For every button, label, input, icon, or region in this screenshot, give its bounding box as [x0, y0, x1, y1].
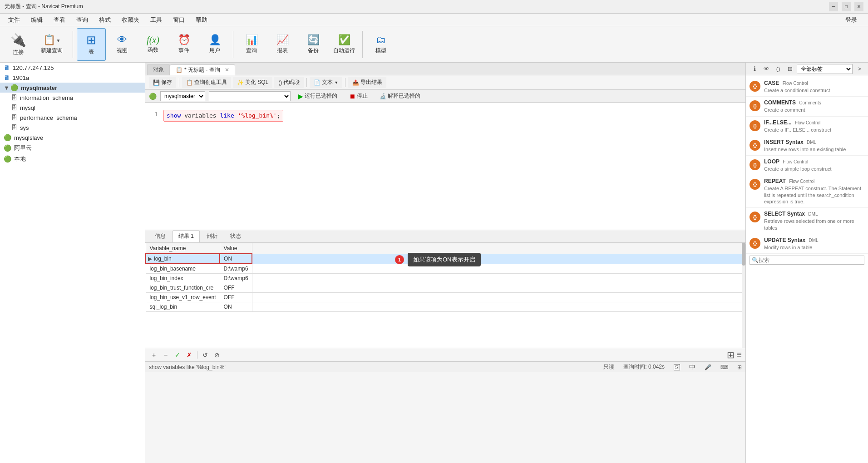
add-row-button[interactable]: +	[149, 350, 159, 360]
sidebar-label-info-schema: information_schema	[20, 94, 73, 101]
tab-status[interactable]: 状态	[224, 230, 247, 242]
code-editor[interactable]: 1 show variables like '%log_bin%';	[145, 106, 745, 125]
scrollbar-thumb[interactable]	[742, 243, 745, 266]
connection-select[interactable]: mysqlmaster	[160, 91, 205, 101]
table-row[interactable]: log_bin_index D:\wamp6	[146, 274, 745, 283]
sidebar-item-info-schema[interactable]: 🗄 information_schema	[0, 93, 145, 103]
refresh-button[interactable]: ↺	[200, 350, 210, 360]
toolbar-function[interactable]: f(x) 函数	[138, 28, 168, 61]
menu-edit[interactable]: 编辑	[26, 14, 47, 26]
menu-help[interactable]: 帮助	[191, 14, 212, 26]
menu-file[interactable]: 文件	[4, 14, 25, 26]
run-button[interactable]: ▶ 运行已选择的	[294, 91, 341, 101]
save-label: 保存	[161, 79, 172, 86]
sidebar-item-1901a[interactable]: 🖥 1901a	[0, 73, 145, 83]
close-button[interactable]: ✕	[854, 2, 863, 11]
toolbar-connect[interactable]: 🔌 连接	[4, 28, 33, 61]
login-button[interactable]: 登录	[838, 14, 864, 26]
tab-info[interactable]: 信息	[149, 230, 172, 242]
snippet-update[interactable]: {} UPDATE Syntax DML Modify rows in a ta…	[746, 234, 868, 254]
tag-filter-select[interactable]: 全部标签	[797, 64, 853, 74]
beautify-sql-button[interactable]: ✨ 美化 SQL	[233, 77, 272, 88]
tab-result1[interactable]: 结果 1	[173, 230, 200, 242]
tab-close-icon[interactable]: ✕	[225, 67, 229, 73]
results-table-container[interactable]: Variable_name Value ▶log_bin ON	[145, 243, 745, 348]
sidebar-item-ip1[interactable]: 🖥 120.77.247.125	[0, 63, 145, 73]
keyboard-icon: ⌨	[720, 364, 728, 370]
confirm-button[interactable]: ✓	[173, 350, 182, 360]
tab-objects[interactable]: 对象	[147, 64, 170, 75]
toolbar-query[interactable]: 📊 查询	[237, 28, 266, 61]
sidebar-item-local[interactable]: 🟢 本地	[0, 153, 145, 164]
tab-query[interactable]: 📋 * 无标题 - 查询 ✕	[170, 64, 235, 75]
snippet-desc-ifelse: Create a IF...ELSE... construct	[764, 127, 864, 133]
view-label: 视图	[117, 47, 128, 54]
toolbar-backup[interactable]: 🔄 备份	[299, 28, 328, 61]
explain-button[interactable]: 🔬 解释已选择的	[375, 91, 424, 101]
sidebar-item-aliyun[interactable]: 🟢 阿里云	[0, 143, 145, 153]
menu-view[interactable]: 查看	[49, 14, 70, 26]
filter-button[interactable]: ⊘	[212, 350, 222, 360]
snippet-select[interactable]: {} SELECT Syntax DML Retrieve rows selec…	[746, 208, 868, 234]
sidebar-item-mysql[interactable]: 🗄 mysql	[0, 103, 145, 113]
toolbar-table[interactable]: ⊞ 表	[77, 28, 106, 61]
menu-tools[interactable]: 工具	[146, 14, 167, 26]
snippet-comments[interactable]: {} COMMENTS Comments Create a comment	[746, 97, 868, 116]
grid-view-icon[interactable]: ⊞	[727, 350, 735, 360]
stop-button[interactable]: ⏹ 停止	[345, 91, 372, 101]
snippet-icon-insert: {}	[750, 140, 760, 151]
expand-right-icon[interactable]: >	[854, 64, 864, 74]
build-icon: 📋	[186, 79, 193, 86]
query-build-button[interactable]: 📋 查询创建工具	[182, 77, 231, 88]
snippet-button[interactable]: () 代码段	[274, 77, 304, 88]
query-toolbar: 💾 保存 📋 查询创建工具 ✨ 美化 SQL () 代码段 📄 文本 ▼	[145, 75, 745, 90]
eye-icon[interactable]: 👁	[761, 64, 771, 74]
list-view-icon[interactable]: ≡	[736, 350, 742, 360]
toolbar-view[interactable]: 👁 视图	[108, 28, 137, 61]
sidebar-item-mysqlmaster[interactable]: ▼ 🟢 mysqlmaster	[0, 83, 145, 93]
info-icon[interactable]: ℹ	[750, 64, 760, 74]
scrollbar-track[interactable]	[742, 243, 745, 348]
database-select[interactable]	[209, 91, 291, 101]
apps-icon: ⊞	[737, 364, 742, 370]
toolbar-model[interactable]: 🗂 模型	[366, 28, 395, 61]
grid-icon[interactable]: ⊞	[785, 64, 795, 74]
snippet-insert[interactable]: {} INSERT Syntax DML Insert new rows int…	[746, 136, 868, 156]
menu-window[interactable]: 窗口	[168, 14, 189, 26]
toolbar-event[interactable]: ⏰ 事件	[169, 28, 198, 61]
sidebar-item-sys[interactable]: 🗄 sys	[0, 123, 145, 133]
sidebar-item-perf-schema[interactable]: 🗄 performance_schema	[0, 113, 145, 123]
menu-format[interactable]: 格式	[94, 14, 115, 26]
table-row[interactable]: sql_log_bin ON	[146, 302, 745, 312]
snippet-ifelse[interactable]: {} IF...ELSE... Flow Control Create a IF…	[746, 117, 868, 136]
toolbar-autorun[interactable]: ✅ 自动运行	[330, 28, 359, 61]
menu-query[interactable]: 查询	[72, 14, 93, 26]
menu-favorites[interactable]: 收藏夹	[117, 14, 144, 26]
event-label: 事件	[178, 47, 189, 54]
model-label: 模型	[375, 47, 386, 54]
toolbar-new-query[interactable]: 📋 ▼ 新建查询	[35, 28, 69, 61]
col-variable-name: Variable_name	[146, 243, 220, 254]
toolbar-user[interactable]: 👤 用户	[200, 28, 229, 61]
export-button[interactable]: 📤 导出结果	[348, 77, 386, 88]
snippet-repeat[interactable]: {} REPEAT Flow Control Create A REPEAT c…	[746, 175, 868, 208]
delete-row-button[interactable]: −	[161, 350, 171, 360]
snippet-icon-comments: {}	[750, 100, 760, 111]
snippet-loop[interactable]: {} LOOP Flow Control Create a simple loo…	[746, 156, 868, 175]
snippet-case[interactable]: {} CASE Flow Control Create a conditiona…	[746, 77, 868, 97]
toolbar-report[interactable]: 📈 报表	[268, 28, 297, 61]
editor-area[interactable]: 1 show variables like '%log_bin%';	[145, 103, 745, 230]
table-row[interactable]: log_bin_use_v1_row_event OFF	[146, 293, 745, 302]
maximize-button[interactable]: □	[842, 2, 851, 11]
save-button[interactable]: 💾 保存	[149, 77, 176, 88]
cancel-button[interactable]: ✗	[184, 350, 194, 360]
tab-profile[interactable]: 剖析	[201, 230, 223, 242]
sidebar-item-mysqlslave[interactable]: 🟢 mysqlslave	[0, 133, 145, 143]
table-row[interactable]: log_bin_trust_function_cre OFF	[146, 283, 745, 293]
text-button[interactable]: 📄 文本 ▼	[310, 77, 342, 88]
snippet-title-select: SELECT Syntax DML	[764, 211, 864, 217]
table-icon: ⊞	[86, 33, 96, 47]
minimize-button[interactable]: ─	[829, 2, 838, 11]
snippet-search-input[interactable]	[750, 256, 864, 265]
brackets-icon[interactable]: ()	[773, 64, 783, 74]
